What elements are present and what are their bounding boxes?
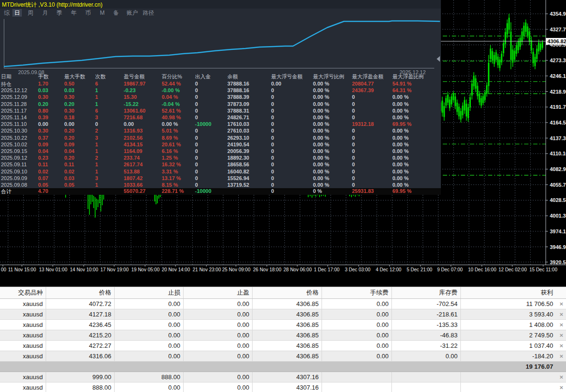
cell: 0.00 xyxy=(184,309,253,319)
menu-item-周[interactable]: 周 xyxy=(28,9,33,17)
stats-cell: 5.01 % xyxy=(162,128,178,134)
stats-cell: 1.25 % xyxy=(162,155,178,161)
stats-cell: 69.95 % xyxy=(392,188,411,194)
stats-cell: 0.00 % xyxy=(313,128,329,134)
stats-cell: 0 xyxy=(195,175,198,181)
cell: -46.83 xyxy=(392,330,461,340)
stats-cell: 0.20 xyxy=(64,128,74,134)
menu-item-币[interactable]: 币 xyxy=(85,9,91,17)
cell: × xyxy=(461,382,566,392)
stats-cell: 18658.56 xyxy=(227,162,249,167)
stats-cell: 0.00 % xyxy=(313,169,329,174)
stats-cell: 8.69 % xyxy=(162,135,178,141)
stats-cell: 0 xyxy=(352,175,355,181)
stats-cell: -10000 xyxy=(195,121,211,127)
stats-cell: 1316.93 xyxy=(124,128,143,134)
stats-row: 2025.12.090.300.30115.300.04 %037888.390… xyxy=(0,94,441,101)
stats-cell: 0.03 xyxy=(64,87,74,93)
stats-cell: 17610.03 xyxy=(227,121,249,127)
cell: 获利 xyxy=(461,287,566,298)
cell: 11 706.50× xyxy=(461,299,566,309)
stats-row: 2025.09.080.050.0511033.668.15 %013719.5… xyxy=(0,182,441,189)
time-axis-label: 00 xyxy=(1,267,7,272)
cell: 0.00 xyxy=(115,309,184,319)
stats-row: 2025.12.120.030.031-0.23-0.00 %037888.16… xyxy=(0,87,441,94)
stats-cell: 1 xyxy=(95,87,98,93)
stats-header: 盈亏金额 xyxy=(124,73,145,80)
stats-cell: 0.00 xyxy=(271,81,281,86)
stats-row: 2025.09.090.070.0331807.4213.17 %015526.… xyxy=(0,175,441,182)
stats-header-row: 日期手数最大手数次数盈亏金额百分比%出入金余额最大浮亏金额最大浮亏比例最大浮盈金… xyxy=(0,73,441,80)
stats-cell: -0.04 % xyxy=(162,101,180,107)
cell: xauusd xyxy=(0,309,46,319)
stats-cell: 0.39 xyxy=(38,115,48,120)
stats-cell: 0 xyxy=(352,108,355,114)
stats-cell: 0.20 xyxy=(64,135,74,141)
cell xyxy=(322,382,392,392)
cell: 4272.27 xyxy=(46,341,115,351)
menu-item-账户[interactable]: 账户 xyxy=(127,9,138,17)
close-position-icon[interactable]: × xyxy=(559,299,563,309)
stats-total-row: 合计4.7055070.27228.71 %-1000000 %25931.83… xyxy=(0,188,441,195)
menu-item-综[interactable]: 综 xyxy=(4,9,10,17)
stats-cell: 8.15 % xyxy=(162,182,178,188)
stats-cell: 37888.39 xyxy=(227,94,249,100)
stats-cell: 0 xyxy=(271,121,274,127)
cell: 0.00 xyxy=(392,351,461,361)
cell: 价格 xyxy=(253,287,322,298)
cell: 4306.85 xyxy=(253,309,322,319)
stats-cell: 0 xyxy=(195,182,198,188)
menu-item-月[interactable]: 月 xyxy=(42,9,48,17)
stats-cell: 0 xyxy=(271,169,274,174)
stats-cell: 27610.03 xyxy=(227,128,249,134)
stats-cell: 1 xyxy=(95,101,98,107)
stats-cell: 1 xyxy=(95,182,98,188)
cell: 0.00 xyxy=(184,351,253,361)
close-position-icon[interactable]: × xyxy=(559,351,563,361)
stats-cell: 0.30 xyxy=(38,94,48,100)
menu-item-日[interactable]: 日 xyxy=(12,9,22,17)
stats-cell: 3 xyxy=(95,115,98,120)
stats-cell: 0 xyxy=(271,188,274,194)
close-position-icon[interactable]: × xyxy=(559,309,563,319)
positions-table: 交易品种价格止损止盈价格手续费库存费获利xauusd4072.720.000.0… xyxy=(0,287,566,392)
close-position-icon[interactable]: × xyxy=(559,330,563,340)
cell: 0.00 xyxy=(115,341,184,351)
cell xyxy=(322,362,392,372)
price-axis-label: 4354.90 xyxy=(550,11,566,17)
stats-row: 持仓1.700.50619867.9752.44 %037888.160.000… xyxy=(0,81,441,87)
stats-cell: 0.00 xyxy=(124,121,134,127)
menu-item-季[interactable]: 季 xyxy=(57,9,62,17)
stats-cell: 15526.94 xyxy=(227,175,249,181)
menu-item-路径[interactable]: 路径 xyxy=(143,9,154,17)
stats-row: 2025.11.140.390.1837216.6840.98 %024826.… xyxy=(0,115,441,121)
stats-cell: 64.31 % xyxy=(392,87,411,93)
price-axis-label: 4082.90 xyxy=(550,166,566,172)
stats-cell: 0.00 % xyxy=(313,94,329,100)
price-axis-label: 4327.70 xyxy=(550,27,566,32)
stats-cell: 0.00 xyxy=(64,121,74,127)
chevron-left-icon[interactable] xyxy=(437,56,440,62)
menu-item-M[interactable]: M xyxy=(100,9,105,17)
mtdriver-stats-panel: MTDriver统计 ,V3.10 (http://mtdriver.cn) 综… xyxy=(0,0,441,195)
stats-header: 最大浮亏比例 xyxy=(313,73,344,80)
menu-item-备[interactable]: 备 xyxy=(113,9,119,17)
time-axis-label: 15 Dec 11:00 xyxy=(529,267,557,272)
stats-cell: 2025.09.15 xyxy=(1,148,27,154)
close-position-icon[interactable]: × xyxy=(559,372,563,382)
close-position-icon[interactable]: × xyxy=(559,320,563,330)
stats-cell: 0.04 xyxy=(38,148,48,154)
stats-cell: 16.32 % xyxy=(162,162,181,167)
profit-value: 3 593.40 xyxy=(529,309,553,319)
stats-cell: 0.00 % xyxy=(313,148,329,154)
cell: -184.20× xyxy=(461,351,566,361)
close-position-icon[interactable]: × xyxy=(559,341,563,351)
close-position-icon[interactable]: × xyxy=(559,382,563,392)
menu-item-年[interactable]: 年 xyxy=(71,9,77,17)
stats-cell: 7216.68 xyxy=(124,115,143,120)
stats-cell: 0 xyxy=(271,148,274,154)
stats-cell: 0 xyxy=(352,182,355,188)
cell xyxy=(392,382,461,392)
position-row: xauusd4236.450.000.004306.850.00-135.331… xyxy=(0,320,566,330)
stats-cell: 37888.16 xyxy=(227,81,249,86)
